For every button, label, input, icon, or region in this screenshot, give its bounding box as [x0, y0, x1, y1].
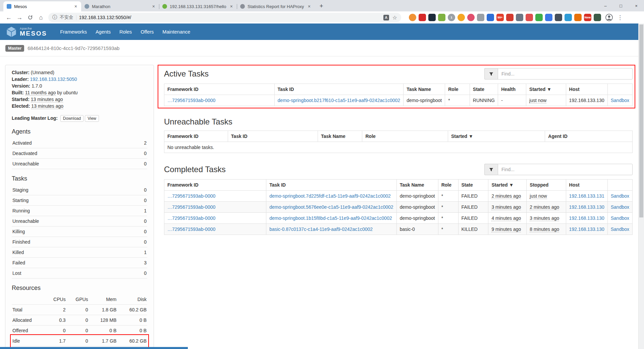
extension-icon[interactable]: 99+ [496, 14, 504, 21]
tab-close-icon[interactable]: × [152, 4, 156, 9]
column-header[interactable]: Role [445, 84, 470, 95]
column-header[interactable] [607, 84, 632, 95]
page-scrollbar[interactable] [638, 23, 644, 349]
column-header[interactable]: Task Name [396, 180, 438, 191]
browser-tab[interactable]: Mesos × [3, 1, 81, 11]
extension-icon[interactable] [419, 14, 426, 21]
column-header[interactable]: Framework ID [164, 131, 228, 142]
info-icon[interactable]: ⓘ [52, 14, 57, 20]
mesos-brand[interactable]: Apache MESOS [6, 26, 47, 38]
filter-button[interactable] [484, 68, 498, 80]
tab-close-icon[interactable]: × [74, 4, 78, 9]
nav-item[interactable]: Maintenance [158, 23, 195, 40]
framework-id-link[interactable]: …7295671593ab-0000 [167, 227, 215, 232]
nav-item[interactable]: Offers [136, 23, 158, 40]
extension-icon[interactable]: 1 [448, 14, 455, 21]
forward-button[interactable]: → [14, 12, 25, 23]
task-id-link[interactable]: basic-0.87c0137c-c1a4-11e9-aaf9-0242ac1c… [269, 227, 373, 232]
extension-icon[interactable] [574, 14, 582, 21]
bookmark-star-icon[interactable]: ☆ [392, 14, 397, 21]
extension-icon[interactable] [526, 14, 533, 21]
browser-tab[interactable]: Marathon × [81, 1, 159, 11]
sandbox-link[interactable]: Sandbox [611, 215, 629, 221]
column-header[interactable]: State [470, 84, 498, 95]
close-button[interactable]: × [629, 0, 644, 11]
nav-item[interactable]: Frameworks [56, 23, 91, 40]
task-host-link[interactable]: 192.168.133.131 [569, 193, 604, 199]
column-header[interactable]: Started ▼ [448, 131, 545, 142]
extension-icon[interactable] [535, 14, 543, 21]
extension-icon[interactable] [594, 14, 601, 21]
task-id-link[interactable]: demo-springboot.7d225fdf-c1a5-11e9-aaf9-… [269, 193, 391, 199]
find-input[interactable] [498, 164, 633, 175]
scrollbar-thumb[interactable] [639, 24, 643, 217]
column-header[interactable]: Health [498, 84, 526, 95]
column-header[interactable]: State [458, 180, 488, 191]
extension-icon[interactable] [428, 14, 436, 21]
extension-icon[interactable] [477, 14, 484, 21]
task-host-link[interactable]: 192.168.133.130 [569, 204, 604, 210]
address-bar[interactable]: ⓘ 不安全 192.168.133.132:5050/#/ A ☆ [48, 13, 401, 22]
sandbox-link[interactable]: Sandbox [611, 98, 629, 103]
log-button[interactable]: View [85, 115, 99, 122]
task-host-link[interactable]: 192.168.133.130 [569, 215, 604, 221]
sandbox-link[interactable]: Sandbox [611, 193, 629, 199]
column-header[interactable]: Host [566, 180, 607, 191]
framework-id-link[interactable]: …7295671593ab-0000 [167, 204, 215, 210]
column-header[interactable]: Host [566, 84, 607, 95]
column-header[interactable]: Task ID [228, 131, 318, 142]
minimize-button[interactable]: – [598, 0, 613, 11]
new-tab-button[interactable]: + [317, 1, 326, 11]
task-id-link[interactable]: demo-springboot.5676ee0e-c1a5-11e9-aaf9-… [269, 204, 393, 210]
column-header[interactable]: Started ▼ [488, 180, 527, 191]
column-header[interactable]: Task Name [404, 84, 445, 95]
column-header[interactable]: Framework ID [164, 180, 266, 191]
sandbox-link[interactable]: Sandbox [611, 204, 629, 210]
column-header[interactable]: Role [438, 180, 458, 191]
column-header[interactable]: Task ID [274, 84, 404, 95]
column-header[interactable]: Task Name [318, 131, 362, 142]
task-id-link[interactable]: demo-springboot.1b15f8bd-c1a5-11e9-aaf9-… [269, 215, 392, 221]
extension-icon[interactable] [438, 14, 445, 21]
extension-icon[interactable]: New [584, 14, 591, 21]
tab-close-icon[interactable]: × [229, 4, 233, 9]
extension-icon[interactable] [545, 14, 552, 21]
reload-button[interactable] [25, 12, 36, 23]
log-button[interactable]: Download [60, 115, 84, 122]
extension-icon[interactable] [409, 14, 416, 21]
find-input[interactable] [498, 68, 633, 80]
extension-icon[interactable] [555, 14, 562, 21]
translate-icon[interactable]: A [383, 15, 389, 20]
extension-icon[interactable] [487, 14, 494, 21]
browser-menu-icon[interactable]: ⋮ [617, 14, 623, 21]
column-header[interactable]: Agent ID [545, 131, 633, 142]
browser-tab[interactable]: Statistics Report for HAProxy × [237, 1, 315, 11]
column-header[interactable]: Role [362, 131, 448, 142]
extension-icon[interactable] [506, 14, 514, 21]
sandbox-link[interactable]: Sandbox [611, 227, 629, 232]
framework-id-link[interactable]: …7295671593ab-0000 [167, 98, 215, 103]
column-header[interactable] [607, 180, 632, 191]
extension-icon[interactable] [458, 14, 465, 21]
filter-button[interactable] [484, 164, 498, 175]
task-id-link[interactable]: demo-springboot.b217f610-c1a5-11e9-aaf9-… [278, 98, 400, 103]
home-button[interactable]: ⌂ [36, 12, 46, 23]
framework-id-link[interactable]: …7295671593ab-0000 [167, 193, 215, 199]
column-header[interactable]: Framework ID [164, 84, 275, 95]
framework-id-link[interactable]: …7295671593ab-0000 [167, 215, 215, 221]
profile-avatar[interactable] [605, 13, 613, 21]
column-header[interactable]: Task ID [266, 180, 396, 191]
leader-link[interactable]: 192.168.133.132:5050 [30, 77, 77, 82]
maximize-button[interactable]: □ [613, 0, 629, 11]
nav-item[interactable]: Roles [115, 23, 136, 40]
extension-icon[interactable] [565, 14, 572, 21]
browser-tab[interactable]: 192.168.133.131:31657/hello × [159, 1, 237, 11]
column-header[interactable]: Started ▼ [526, 84, 566, 95]
extension-icon[interactable] [467, 14, 475, 21]
nav-item[interactable]: Agents [91, 23, 115, 40]
tab-close-icon[interactable]: × [307, 4, 311, 9]
extension-icon[interactable] [516, 14, 523, 21]
back-button[interactable]: ← [3, 12, 14, 23]
url-text[interactable]: 192.168.133.132:5050/#/ [79, 15, 381, 20]
column-header[interactable]: Stopped [527, 180, 566, 191]
